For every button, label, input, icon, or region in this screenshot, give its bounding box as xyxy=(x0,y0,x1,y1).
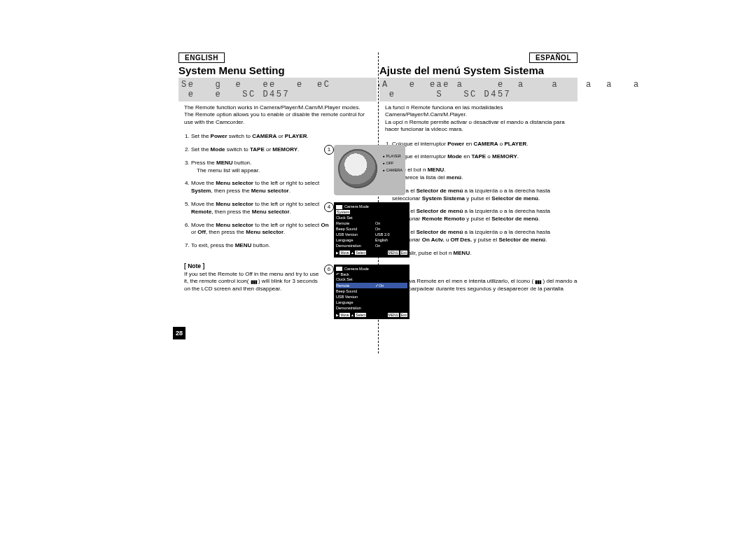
figure-number-6: 6 xyxy=(324,265,334,274)
step-item: Coloque el interruptor Mode en TAPE o ME… xyxy=(392,153,575,161)
figure-number-1: 1 xyxy=(324,145,334,155)
power-dial-illustration: PLAYER OFF CAMERA xyxy=(334,145,405,195)
lcd-screen-4: Camera Mode System Clock SetRemoteOnBeep… xyxy=(334,202,410,258)
step-item: Set the Power switch to CAMERA or PLAYER… xyxy=(191,133,331,141)
intro-en: The Remote function works in Camera/Play… xyxy=(178,101,377,129)
step-item: Mueva el Selector de menú a la izquierda… xyxy=(392,208,575,223)
lang-label-es: ESPAÑOL xyxy=(529,52,578,63)
camcorder-icon xyxy=(336,205,342,209)
step-item: Pulse el bot n MENU.Aparece la lista del… xyxy=(392,167,575,182)
steps-en: Set the Power switch to CAMERA or PLAYER… xyxy=(178,133,331,250)
dial-label-camera: CAMERA xyxy=(382,167,402,174)
lcd6-menu-table: Clock SetRemote✓OnBeep SoundUSB VersionL… xyxy=(336,277,407,311)
step-item: Set the Mode switch to TAPE or MEMORY. xyxy=(191,146,331,154)
center-figures: 1 PLAYER OFF CAMERA 4 Camera Mode System… xyxy=(334,145,418,319)
manual-page: ENGLISH System Menu Setting Se g e ee e … xyxy=(178,52,578,300)
step-item: Coloque el interruptor Power en CAMERA o… xyxy=(392,141,575,148)
page-number: 28 xyxy=(173,327,186,339)
step-item: Move the Menu selector to the left or ri… xyxy=(191,201,331,216)
step-item: To exit, press the MENU button. xyxy=(191,242,331,250)
step-item: Move the Menu selector to the left or ri… xyxy=(191,222,331,237)
lcd-screen-6: Camera Mode ↶ Back Clock SetRemote✓OnBee… xyxy=(334,265,410,320)
dial-label-off: OFF xyxy=(382,160,402,167)
dial-label-player: PLAYER xyxy=(382,153,402,160)
step-item: Press the MENU button.The menu list will… xyxy=(191,160,331,175)
note-text-en: If you set the Remote to Off in the menu… xyxy=(184,271,324,293)
subheading-es: A e eae a e a a a a a e S SC D457 xyxy=(379,78,578,101)
step-item: Move the Menu selector to the left or ri… xyxy=(191,180,331,195)
heading-en: System Menu Setting xyxy=(178,64,377,76)
subheading-en: Se g e ee e eC A e e e SC D457 xyxy=(178,78,377,101)
step-item: Mueva el Selector de menú a la izquierda… xyxy=(392,229,575,244)
lang-label-en: ENGLISH xyxy=(178,52,225,63)
step-item: Para salir, pulse el bot n MENU. xyxy=(392,250,575,258)
step-item: Mueva el Selector de menú a la izquierda… xyxy=(392,188,575,203)
lcd4-menu-table: Clock SetRemoteOnBeep SoundOnUSB Version… xyxy=(336,215,407,249)
camcorder-icon xyxy=(336,267,342,271)
intro-es: La funci n Remote funciona en las modali… xyxy=(379,101,578,136)
heading-es: Ajuste del menú System Sistema xyxy=(379,64,578,76)
figure-number-4: 4 xyxy=(324,202,334,212)
